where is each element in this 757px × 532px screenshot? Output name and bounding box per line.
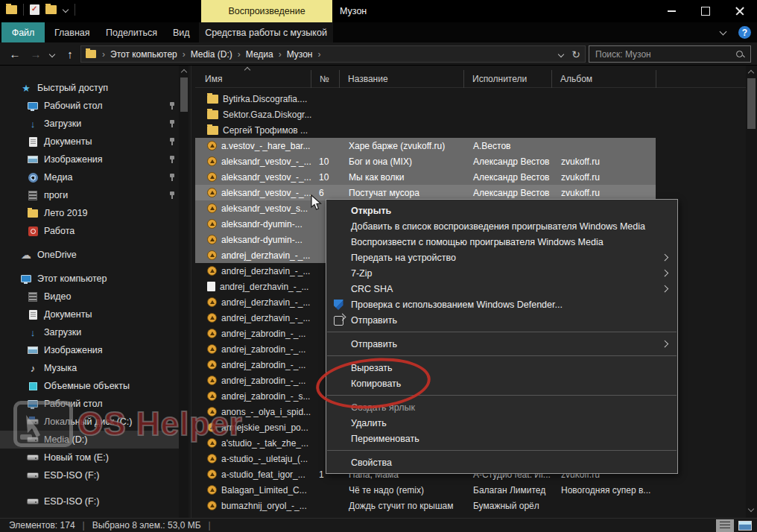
sidebar-item[interactable]: ☁OneDrive <box>0 246 179 264</box>
sidebar-item[interactable]: ESD-ISO (F:) <box>0 466 179 484</box>
sidebar-item[interactable]: ★Быстрый доступ <box>0 79 179 97</box>
sidebar-item[interactable]: Изображения <box>0 341 179 359</box>
empty-cell <box>656 169 746 185</box>
menu-item-проверка-с-использованием-windows-defender-[interactable]: Проверка с использованием Windows Defend… <box>326 297 677 312</box>
sidebar-item-label: Изображения <box>44 345 103 355</box>
sidebar-item[interactable]: Видео <box>0 288 179 305</box>
tab-home[interactable]: Главная <box>54 22 90 42</box>
menu-item-передать-на-устройство[interactable]: Передать на устройство <box>326 250 677 265</box>
menu-item-воспроизвести-с-помощью-проигрывателя-windows-media[interactable]: Воспроизвести с помощью проигрывателя Wi… <box>326 234 677 250</box>
cloud-icon: ☁ <box>20 249 32 261</box>
scroll-down-icon[interactable] <box>747 507 754 513</box>
drive-icon <box>27 455 39 460</box>
menu-item-открыть[interactable]: Открыть <box>326 203 677 218</box>
thumbnails-view-icon <box>738 521 752 531</box>
file-name-cell: andrej_derzhavin_-_... <box>195 310 311 326</box>
tab-playback[interactable]: Воспроизведение <box>201 0 332 22</box>
ribbon-expand-chevron-icon[interactable] <box>720 29 727 35</box>
sidebar-item[interactable]: ↓Загрузки <box>0 323 179 341</box>
refresh-icon[interactable]: ↻ <box>571 48 580 60</box>
file-name-cell: Сергей Трофимов ... <box>195 122 311 138</box>
scrollbar-thumb[interactable] <box>180 77 188 112</box>
sidebar-item[interactable]: Лето 2019 <box>0 204 179 222</box>
sidebar-item-label: Загрузки <box>44 118 81 129</box>
table-row[interactable]: Balagan_Limited_C...Чё те надо (remix)Ба… <box>195 482 746 498</box>
menu-item-удалить[interactable]: Удалить <box>326 415 677 431</box>
drive-icon <box>27 472 39 478</box>
menu-item-переименовать[interactable]: Переименовать <box>326 431 677 446</box>
help-icon[interactable]: ? <box>738 26 751 39</box>
customize-chevron-icon[interactable] <box>63 7 69 13</box>
table-row[interactable]: a.vestov_-_hare_bar...Харе барже (zvukof… <box>195 138 746 153</box>
column-header-album[interactable]: Альбом <box>552 70 656 88</box>
tab-file[interactable]: Файл <box>1 22 45 42</box>
breadcrumb-this-pc[interactable]: Этот компьютер <box>108 49 180 60</box>
sidebar-item[interactable]: Медиа <box>0 168 179 186</box>
empty-cell <box>656 498 746 513</box>
details-view-button[interactable] <box>716 519 734 532</box>
sidebar-item[interactable]: Новый том (E:) <box>0 449 179 466</box>
table-row[interactable]: bumazhnij_oryol_-_...Дождь стучит по кры… <box>195 498 746 513</box>
tab-view[interactable]: Вид <box>173 22 190 42</box>
sidebar-item[interactable]: Документы <box>0 305 179 323</box>
file-list-scrollbar[interactable] <box>746 66 757 518</box>
file-name-cell: aleksandr_vestov_-_... <box>195 185 311 200</box>
tab-share[interactable]: Поделиться <box>106 22 157 42</box>
sidebar-item[interactable]: Документы <box>0 133 179 151</box>
column-header-title[interactable]: Название <box>340 70 464 88</box>
table-row[interactable]: Bytirka.Discografia.... <box>195 91 746 107</box>
file-name: Sektor.Gaza.Diskogr... <box>223 110 311 120</box>
sidebar-item[interactable]: Объемные объекты <box>0 377 179 395</box>
breadcrumb-muzon[interactable]: Музон <box>285 49 315 60</box>
search-input[interactable]: Поиск: Музон <box>589 45 751 63</box>
column-header-artists[interactable]: Исполнители <box>464 70 552 88</box>
sidebar-item[interactable]: Этот компьютер <box>0 270 179 288</box>
album-cell: zvukoff.ru <box>552 153 656 169</box>
back-icon[interactable]: ← <box>6 42 24 66</box>
sidebar-item[interactable]: Рабочий стол <box>0 97 179 115</box>
sidebar-item[interactable]: Работа <box>0 222 179 240</box>
menu-item-7-zip[interactable]: 7-Zip <box>326 265 677 281</box>
menu-item-отправить[interactable]: Отправить <box>326 336 677 352</box>
breadcrumb-media-d[interactable]: Media (D:) <box>189 49 235 60</box>
menu-item-crc-sha[interactable]: CRC SHA <box>326 281 677 297</box>
table-row[interactable]: aleksandr_vestov_-_...10Мы как волкиАлек… <box>195 169 746 185</box>
menu-item-свойства[interactable]: Свойства <box>326 455 677 470</box>
column-header-number[interactable]: № <box>311 70 340 88</box>
scrollbar-thumb[interactable] <box>747 78 756 129</box>
close-button[interactable] <box>723 0 757 22</box>
up-icon[interactable]: ↑ <box>61 42 79 66</box>
search-icon[interactable] <box>735 50 744 59</box>
breadcrumb-media[interactable]: Медиа <box>244 49 276 60</box>
sidebar-item[interactable]: ♪Музыка <box>0 359 179 377</box>
forward-icon[interactable]: → <box>27 42 45 66</box>
table-row[interactable]: Сергей Трофимов ... <box>195 122 746 138</box>
thumbnails-view-button[interactable] <box>736 519 754 532</box>
maximize-button[interactable] <box>688 0 723 22</box>
sidebar-scrollbar[interactable] <box>179 66 189 518</box>
minimize-button[interactable] <box>654 0 688 22</box>
divider <box>23 4 24 16</box>
sidebar-item[interactable]: проги <box>0 186 179 204</box>
column-header-name[interactable]: Имя <box>195 70 311 88</box>
cube-3d-icon <box>27 382 39 390</box>
menu-item-добавить-в-список-воспроизведения-проигрывателя-windows-media[interactable]: Добавить в список воспроизведения проигр… <box>326 218 677 234</box>
table-row[interactable]: aleksandr_vestov_-_...6Постучат мусораАл… <box>195 185 746 200</box>
breadcrumb[interactable]: › Этот компьютер › Media (D:) › Медиа › … <box>80 45 586 63</box>
scroll-up-icon[interactable] <box>747 69 754 75</box>
table-row[interactable]: Sektor.Gaza.Diskogr... <box>195 107 746 122</box>
menu-item-отправить[interactable]: Отправить <box>326 312 677 328</box>
address-dropdown-chevron-icon[interactable] <box>558 51 564 57</box>
sidebar-item[interactable]: ↓Загрузки <box>0 115 179 133</box>
table-row[interactable]: aleksandr_vestov_-_...10Бог и она (MIX)А… <box>195 153 746 169</box>
folder-icon <box>207 126 218 135</box>
recent-chevron-icon[interactable] <box>46 42 58 66</box>
new-folder-icon[interactable] <box>45 5 57 14</box>
file-name-cell: andrej_derzhavin_-_... <box>195 263 311 279</box>
properties-icon[interactable] <box>30 4 39 15</box>
sidebar-item[interactable]: Изображения <box>0 151 179 168</box>
sidebar-item[interactable]: ESD-ISO (F:) <box>0 493 179 510</box>
scroll-up-icon[interactable] <box>180 68 187 75</box>
file-name: a-studio_-_uletaju_(... <box>221 454 308 464</box>
tab-music-tools[interactable]: Средства работы с музыкой <box>199 22 333 42</box>
